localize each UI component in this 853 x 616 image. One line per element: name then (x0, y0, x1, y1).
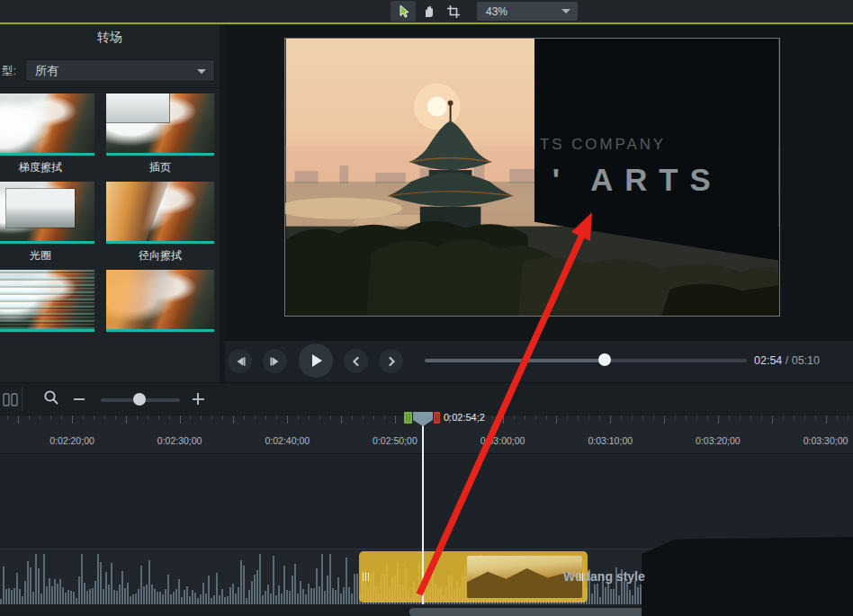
play-icon (307, 352, 325, 370)
pan-tool-button[interactable] (416, 1, 441, 22)
ruler-tick (621, 415, 622, 420)
waveform-bar (629, 590, 631, 604)
waveform-bar (337, 577, 339, 604)
preview-canvas[interactable]: TS COMPANY ' ARTS (284, 38, 780, 317)
top-toolbar: 43% (0, 0, 853, 22)
waveform-bar (3, 567, 4, 604)
overlay-text-arts: ' ARTS (552, 163, 723, 197)
ruler-tick (94, 415, 94, 420)
timeline-zoom-handle[interactable] (133, 393, 146, 406)
transition-item-glitch[interactable] (0, 270, 94, 332)
hand-icon (421, 4, 435, 19)
waveform-bar (246, 598, 247, 604)
waveform-bar (308, 584, 310, 604)
previous-clip-button[interactable] (344, 349, 368, 373)
waveform-bar (13, 588, 15, 604)
waveform-bar (65, 593, 67, 604)
waveform-bar (594, 585, 596, 604)
waveform-bar (173, 592, 175, 604)
timeline-zoom-out-button[interactable] (74, 398, 85, 400)
waveform-bar (300, 581, 301, 604)
ruler-tick (137, 415, 138, 420)
ruler-tick (265, 415, 266, 420)
ruler-tick (599, 415, 600, 420)
waveform-bar (170, 594, 172, 604)
waveform-bar (0, 599, 2, 604)
crop-icon (446, 4, 461, 19)
transition-item-sunset[interactable] (106, 270, 214, 332)
waveform-bar (86, 591, 88, 605)
selected-clip[interactable] (359, 551, 588, 603)
timeline-zoom-in-button[interactable] (197, 393, 199, 405)
waveform-bar (57, 584, 58, 604)
ruler-tick (29, 415, 30, 420)
canvas-zoom-dropdown[interactable]: 43% (477, 2, 578, 21)
waveform-bar (232, 584, 234, 604)
waveform-bar (35, 554, 37, 604)
waveform-bar (154, 589, 156, 604)
waveform-bar (116, 591, 118, 604)
previous-frame-button[interactable] (228, 349, 252, 373)
ruler-tick (373, 415, 374, 420)
waveform-bar (92, 588, 94, 604)
waveform-bar (197, 598, 199, 605)
playhead[interactable] (404, 410, 442, 426)
ruler-tick (169, 415, 170, 420)
next-frame-button[interactable] (263, 349, 287, 373)
waveform-bar (16, 573, 18, 604)
waveform-bar (30, 567, 31, 604)
ruler-tick (158, 415, 159, 420)
ruler-tick (567, 415, 568, 420)
track-panel-toggle[interactable] (3, 393, 19, 406)
waveform-bar (51, 586, 53, 605)
waveform-bar (70, 591, 72, 605)
preview-frame: TS COMPANY ' ARTS (285, 39, 779, 316)
waveform-bar (62, 587, 64, 604)
ruler-tick (826, 415, 827, 424)
waveform-bar (343, 587, 345, 604)
transition-item-gradient-wipe[interactable] (0, 94, 94, 156)
waveform-bar (49, 578, 50, 604)
transition-type-label: 型: (2, 64, 16, 79)
transition-preview (106, 182, 214, 244)
play-button[interactable] (299, 344, 333, 378)
current-time: 02:54 (754, 354, 782, 367)
crop-tool-button[interactable] (441, 1, 466, 22)
waveform-bar (278, 585, 280, 604)
seek-handle[interactable] (598, 353, 611, 366)
waveform-bar (108, 585, 110, 604)
next-clip-button[interactable] (379, 349, 403, 373)
waveform-bar (265, 591, 266, 604)
transition-item-insert[interactable] (106, 94, 214, 156)
waveform-bar (327, 576, 328, 605)
transition-item-iris[interactable] (0, 182, 94, 244)
select-tool-button[interactable] (391, 1, 416, 22)
timeline-track-area[interactable] (0, 454, 853, 550)
transition-item-radial-wipe[interactable] (106, 182, 214, 244)
ruler-tick (244, 415, 245, 420)
waveform-bar (130, 596, 131, 604)
ruler-tick (783, 415, 784, 420)
waveform-bar (146, 585, 148, 604)
transition-type-dropdown[interactable]: 所有 (25, 59, 215, 82)
ruler-tick (190, 415, 191, 420)
waveform-bar (32, 592, 34, 604)
waveform-bar (103, 589, 104, 604)
ruler-tick (492, 415, 493, 420)
ruler-tick (40, 415, 40, 420)
waveform-bar (267, 585, 269, 604)
panel-title: 转场 (0, 30, 220, 46)
ruler-tick (104, 415, 105, 420)
ruler-tick (772, 415, 773, 424)
clip-left-handle[interactable] (363, 573, 369, 581)
waveform-bar (132, 594, 134, 604)
transition-preview (106, 270, 214, 332)
waveform-bar (221, 589, 223, 604)
time-display: 02:54 / 05:10 (754, 354, 820, 367)
waveform-bar (205, 594, 207, 604)
ruler-tick (729, 415, 730, 420)
ruler-tick (61, 415, 62, 420)
ruler-tick (514, 415, 515, 420)
waveform-bar (346, 558, 347, 604)
timeline-hscrollbar-thumb[interactable] (409, 608, 663, 616)
